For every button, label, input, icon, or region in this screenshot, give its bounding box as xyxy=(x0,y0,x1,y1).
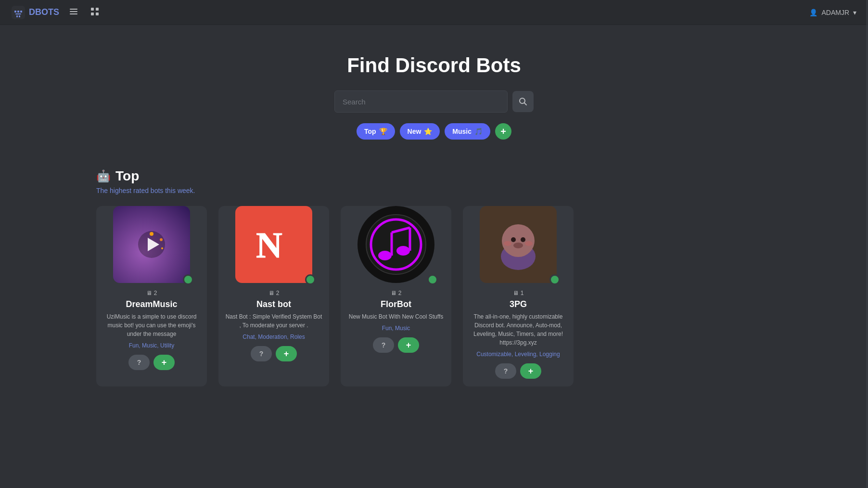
bot-name: DreamMusic xyxy=(120,299,183,309)
add-bot-button[interactable]: + xyxy=(520,363,541,379)
server-icon: 🖥 xyxy=(268,290,274,296)
info-button[interactable]: ? xyxy=(128,355,150,370)
server-count: 🖥 1 xyxy=(513,290,524,296)
username-label: ADAMJR xyxy=(821,9,849,16)
bot-avatar-nastbot: N xyxy=(235,206,312,283)
section-title: Top xyxy=(115,168,139,184)
logo-icon xyxy=(12,6,25,19)
svg-rect-3 xyxy=(20,11,22,13)
florbot-icon xyxy=(365,213,427,276)
add-bot-button[interactable]: + xyxy=(153,355,175,370)
grid-icon xyxy=(91,8,99,15)
svg-point-19 xyxy=(160,238,163,241)
server-icon: 🖥 xyxy=(513,290,519,296)
bot-description: UziMusic is a simple to use discord musi… xyxy=(96,309,207,338)
bot-name: Nast bot xyxy=(251,299,297,309)
svg-point-32 xyxy=(521,237,525,242)
bot-cards-row: 🖥 2 DreamMusic UziMusic is a simple to u… xyxy=(96,206,772,386)
bot-avatar-wrap: N xyxy=(218,206,329,283)
svg-rect-4 xyxy=(15,13,21,14)
scrollbar[interactable] xyxy=(866,0,868,488)
svg-rect-5 xyxy=(16,15,18,17)
svg-rect-1 xyxy=(14,11,16,13)
3pg-avatar xyxy=(489,216,547,273)
hero-section: Find Discord Bots Top 🏆 New ⭐ Music 🎵 + xyxy=(0,25,868,154)
bot-tags: Fun, Music, Utility xyxy=(129,342,175,349)
section-header: 🤖 Top The highest rated bots this week. xyxy=(96,168,772,194)
svg-point-18 xyxy=(150,232,153,236)
bot-card: 🖥 2 DreamMusic UziMusic is a simple to u… xyxy=(96,206,207,386)
server-count: 🖥 2 xyxy=(391,290,402,296)
tag-music-button[interactable]: Music 🎵 xyxy=(445,123,490,140)
list-icon xyxy=(70,8,77,15)
nast-logo: N xyxy=(252,223,295,266)
bot-card: 🖥 2 FlorBot New Music Bot With New Cool … xyxy=(341,206,451,386)
svg-point-24 xyxy=(378,251,392,260)
search-button[interactable] xyxy=(512,91,534,112)
section-robot-icon: 🤖 xyxy=(96,169,111,183)
svg-point-31 xyxy=(511,237,516,242)
logo[interactable]: DBOTS xyxy=(12,6,59,19)
bot-tags: Customizable, Leveling, Logging xyxy=(476,351,560,358)
online-indicator xyxy=(183,274,193,285)
bot-description: The all-in-one, highly customizable Disc… xyxy=(463,309,574,347)
bot-tags: Chat, Moderation, Roles xyxy=(243,334,305,340)
online-indicator xyxy=(549,274,560,285)
bot-avatar-wrap xyxy=(463,206,574,283)
navbar-left: DBOTS xyxy=(12,6,102,19)
user-dropdown-chevron: ▾ xyxy=(853,9,856,16)
server-icon: 🖥 xyxy=(391,290,396,296)
svg-rect-7 xyxy=(70,9,77,10)
server-count: 🖥 2 xyxy=(268,290,280,296)
user-avatar-icon: 👤 xyxy=(809,9,817,16)
tag-new-button[interactable]: New ⭐ xyxy=(400,123,440,140)
bot-avatar-wrap xyxy=(96,206,207,283)
bot-card-actions: ? + xyxy=(373,337,419,353)
bot-card-actions: ? + xyxy=(251,346,297,361)
section-title-row: 🤖 Top xyxy=(96,168,772,184)
bot-card: 🖥 1 3PG The all-in-one, highly customiza… xyxy=(463,206,574,386)
bot-avatar-3pg xyxy=(480,206,557,283)
bot-card: N 🖥 2 Nast bot Nast Bot : Simple Verifie… xyxy=(218,206,329,386)
svg-point-22 xyxy=(366,215,426,274)
svg-rect-8 xyxy=(70,11,77,12)
svg-point-34 xyxy=(504,241,511,246)
online-indicator xyxy=(305,274,316,285)
user-menu[interactable]: 👤 ADAMJR ▾ xyxy=(809,9,856,16)
list-view-button[interactable] xyxy=(67,6,80,19)
bot-description: Nast Bot : Simple Verified System Bot , … xyxy=(218,309,329,330)
info-button[interactable]: ? xyxy=(373,337,394,353)
svg-point-30 xyxy=(502,224,535,257)
add-bot-button[interactable]: + xyxy=(276,346,297,361)
svg-rect-11 xyxy=(96,8,99,11)
bot-card-actions: ? + xyxy=(495,363,541,379)
bot-card-actions: ? + xyxy=(128,355,175,370)
svg-rect-9 xyxy=(70,13,77,14)
server-count: 🖥 2 xyxy=(146,290,157,296)
bot-name: FlorBot xyxy=(375,299,417,309)
search-icon xyxy=(519,97,527,106)
server-icon: 🖥 xyxy=(146,290,152,296)
bot-tags: Fun, Music xyxy=(382,325,410,332)
svg-text:N: N xyxy=(256,225,282,265)
svg-rect-6 xyxy=(19,15,20,17)
svg-rect-2 xyxy=(17,11,19,13)
online-indicator xyxy=(427,274,438,285)
tag-top-button[interactable]: Top 🏆 xyxy=(357,123,395,140)
bot-description: New Music Bot With New Cool Stuffs xyxy=(342,309,450,321)
svg-point-35 xyxy=(525,241,533,246)
add-bot-button[interactable]: + xyxy=(398,337,419,353)
svg-point-33 xyxy=(513,243,523,248)
grid-view-button[interactable] xyxy=(88,6,102,19)
info-button[interactable]: ? xyxy=(251,346,272,361)
tag-row: Top 🏆 New ⭐ Music 🎵 + xyxy=(357,123,511,140)
bot-avatar-dreammusic xyxy=(113,206,190,283)
info-button[interactable]: ? xyxy=(495,363,516,379)
svg-rect-12 xyxy=(91,13,94,15)
hero-title: Find Discord Bots xyxy=(347,54,521,77)
add-tag-button[interactable]: + xyxy=(495,123,511,140)
bot-avatar-florbot xyxy=(357,206,434,283)
section-subtitle: The highest rated bots this week. xyxy=(96,187,772,194)
search-input[interactable] xyxy=(334,90,508,113)
top-section: 🤖 Top The highest rated bots this week. xyxy=(0,168,868,386)
